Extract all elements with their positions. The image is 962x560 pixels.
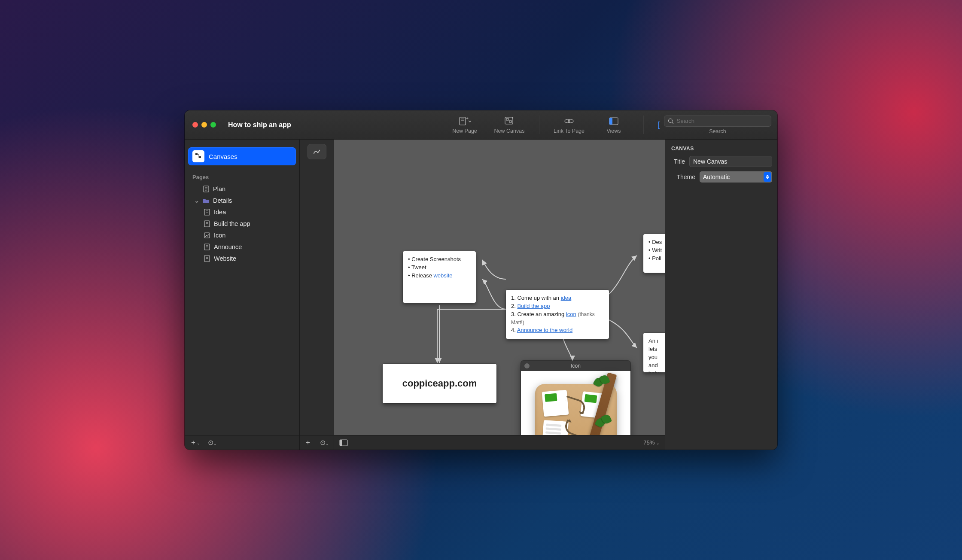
tree-label: Website [214, 255, 236, 262]
action-menu-button[interactable]: ⊙⌄ [208, 438, 217, 447]
toggle-inspector-button[interactable] [339, 439, 348, 446]
svg-rect-0 [460, 117, 466, 125]
canvas-card-steps[interactable]: 1. Come up with an idea 2. Build the app… [506, 290, 609, 339]
link-idea[interactable]: idea [561, 295, 572, 301]
page-icon [203, 186, 210, 192]
canvas-thumb-button[interactable] [307, 144, 326, 159]
inspector-theme-select[interactable]: Automatic [700, 171, 772, 183]
text: An i [648, 338, 658, 344]
select-stepper-icon [764, 172, 771, 182]
app-icon-illustration [531, 375, 621, 435]
tree-item-build[interactable]: Build the app [188, 218, 296, 229]
search-icon [668, 118, 673, 124]
tree-label: Announce [214, 243, 242, 250]
svg-rect-11 [609, 118, 612, 125]
svg-text:+: + [511, 116, 514, 120]
window-title: How to ship an app [224, 110, 294, 139]
text: Create Screenshots [411, 256, 461, 262]
sidebar-tab-label: Canvases [209, 153, 237, 160]
image-icon [204, 232, 210, 239]
canvas-card-partial-top[interactable]: • Des • Writ • Poli [643, 234, 665, 273]
page-tree: Plan ⌄ Details Idea Build the app [185, 183, 299, 264]
text: and [648, 362, 658, 368]
tree-item-idea[interactable]: Idea [188, 206, 296, 218]
tree-label: Idea [214, 209, 226, 216]
inspector-panel: CANVAS Title Theme Automatic [665, 140, 777, 450]
sidebar-section-pages: Pages [185, 171, 299, 183]
canvas-card-partial-bottom[interactable]: An i lets you and betw [643, 333, 665, 372]
views-icon [609, 116, 619, 126]
sidebar-footer: ＋⌄ ⊙⌄ [185, 435, 299, 450]
close-icon[interactable] [524, 363, 530, 368]
page-icon [204, 209, 210, 216]
new-canvas-button[interactable]: + New Canvas [493, 110, 525, 139]
tree-item-icon[interactable]: Icon [188, 229, 296, 241]
new-canvas-icon: + [504, 116, 514, 126]
toolbar: + New Page + New Canvas Link To Page [449, 110, 777, 139]
canvas-statusbar: 75% ⌄ [334, 435, 665, 450]
zoom-window-button[interactable] [210, 122, 216, 128]
text: Tweet [411, 264, 426, 271]
icon-window-title: Icon [571, 363, 581, 369]
canvas-action-menu[interactable]: ⊙⌄ [320, 438, 329, 447]
link-build[interactable]: Build the app [517, 303, 550, 309]
text: Create an amazing [517, 311, 566, 317]
icon-window-body [521, 371, 630, 435]
canvas-viewport[interactable]: • Create Screenshots • Tweet • Release w… [334, 140, 665, 435]
new-page-label: New Page [452, 128, 477, 134]
svg-rect-26 [204, 233, 210, 238]
svg-rect-6 [509, 121, 511, 122]
link-announce[interactable]: Announce to the world [517, 327, 572, 333]
text: coppiceapp.com [402, 377, 477, 390]
search-input[interactable] [676, 117, 767, 125]
svg-text:+: + [466, 116, 469, 121]
text: betw [648, 370, 660, 372]
minimize-window-button[interactable] [201, 122, 207, 128]
inspector-title-input[interactable] [689, 156, 772, 167]
search-label: Search [709, 128, 726, 134]
new-canvas-label: New Canvas [494, 128, 525, 134]
views-button[interactable]: Views [598, 110, 630, 139]
sidebar-tab-canvases[interactable]: Canvases [188, 147, 296, 165]
tree-label: Icon [214, 232, 225, 239]
chevron-down-icon[interactable]: ⌄ [194, 197, 199, 204]
add-canvas-button[interactable]: ＋ [304, 438, 311, 447]
search-input-wrap[interactable] [664, 116, 771, 127]
text: lets [648, 346, 657, 352]
select-value: Automatic [703, 173, 730, 180]
text: Release [411, 272, 433, 279]
link-to-page-label: Link To Page [554, 128, 585, 134]
tree-item-plan[interactable]: Plan [188, 183, 296, 195]
tree-item-details[interactable]: ⌄ Details [188, 195, 296, 206]
link-to-page-button[interactable]: Link To Page [553, 110, 585, 139]
svg-point-12 [669, 119, 673, 122]
link-website[interactable]: website [433, 272, 452, 279]
text: you [648, 354, 658, 360]
inspector-title-label: Title [670, 158, 685, 165]
close-window-button[interactable] [192, 122, 198, 128]
tree-label: Build the app [214, 220, 250, 227]
search-group: Search [664, 110, 771, 139]
tree-item-website[interactable]: Website [188, 253, 296, 264]
page-icon [204, 220, 210, 227]
new-page-button[interactable]: + New Page [449, 110, 481, 139]
svg-line-13 [672, 122, 673, 124]
canvas-card-announce[interactable]: • Create Screenshots • Tweet • Release w… [403, 251, 476, 303]
text: Come up with an [517, 295, 560, 301]
tree-label: Plan [213, 186, 225, 192]
canvas-card-website[interactable]: coppiceapp.com [383, 364, 496, 403]
text: Poli [652, 255, 661, 262]
svg-rect-34 [340, 440, 342, 446]
new-page-icon: + [458, 116, 471, 126]
canvases-icon [192, 150, 204, 162]
tree-item-announce[interactable]: Announce [188, 241, 296, 253]
titlebar: How to ship an app + New Page + New Canv… [185, 110, 777, 140]
link-icon[interactable]: icon [566, 311, 576, 317]
add-button[interactable]: ＋⌄ [190, 438, 200, 447]
svg-point-9 [568, 119, 573, 123]
page-icon [204, 255, 210, 262]
text: Des [652, 239, 662, 245]
page-icon [204, 243, 210, 250]
canvas-card-icon-window[interactable]: Icon [521, 361, 630, 435]
zoom-level[interactable]: 75% ⌄ [643, 439, 660, 446]
